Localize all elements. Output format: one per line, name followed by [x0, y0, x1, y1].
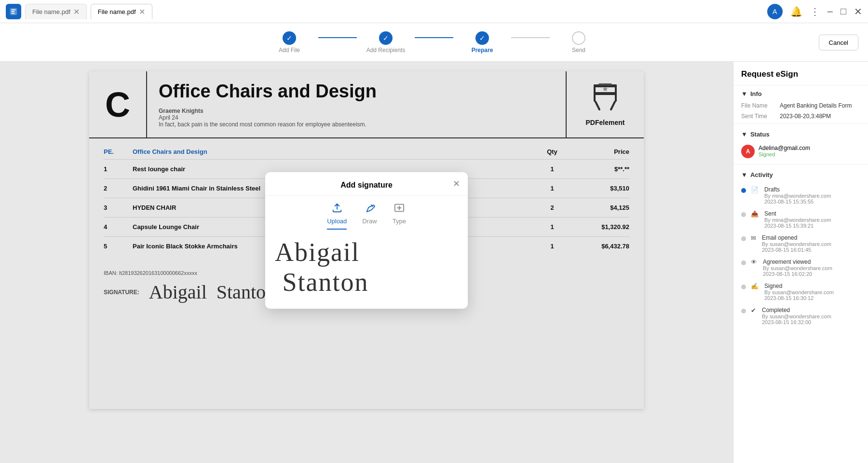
- modal-tabs: Upload Draw Type: [265, 196, 468, 230]
- modal-tab-upload[interactable]: Upload: [327, 203, 347, 230]
- step-add-file-circle: ✓: [283, 31, 296, 45]
- activity-time-sent: 2023-08-15 15:39:21: [764, 223, 831, 229]
- activity-by-signed: By susan@wondershare.com: [764, 289, 834, 295]
- activity-list: 📄 Drafts By mina@wondershare.com 2023-08…: [733, 181, 868, 330]
- activity-time-signed: 2023-08-15 16:30:12: [764, 295, 834, 301]
- activity-dot-completed: [741, 309, 746, 313]
- activity-icon-signed: ✍: [751, 283, 759, 290]
- activity-icon-completed: ✔: [751, 307, 756, 314]
- info-file-name-row: File Name Agent Banking Details Form: [733, 100, 868, 111]
- activity-item-drafts: 📄 Drafts By mina@wondershare.com 2023-08…: [733, 183, 868, 207]
- activity-dot-email-opened: [741, 236, 746, 241]
- right-panel: Request eSign ▼ Info File Name Agent Ban…: [733, 62, 868, 463]
- modal-tab-upload-label: Upload: [327, 218, 347, 225]
- step-add-file: ✓ Add File: [260, 31, 318, 54]
- activity-item-email-opened: ✉ Email opened By susan@wondershare.com …: [733, 232, 868, 256]
- status-section-header[interactable]: ▼ Status: [733, 126, 868, 141]
- activity-time-agreement-viewed: 2023-08-15 16:02:20: [763, 271, 832, 277]
- close-window-icon[interactable]: ✕: [854, 6, 862, 17]
- activity-time-email-opened: 2023-08-15 16:01:45: [762, 247, 831, 253]
- bell-icon[interactable]: 🔔: [790, 6, 802, 17]
- cancel-button[interactable]: Cancel: [819, 34, 858, 50]
- activity-item-completed: ✔ Completed By susan@wondershare.com 202…: [733, 304, 868, 328]
- activity-section-label: Activity: [750, 171, 773, 178]
- tab-1[interactable]: File name.pdf ✕: [25, 4, 87, 19]
- sent-time-value: 2023-08-20,3:48PM: [780, 113, 860, 120]
- modal-title: Add signature: [340, 181, 393, 190]
- activity-title-agreement-viewed: Agreement viewed: [763, 259, 832, 265]
- file-name-label: File Name: [741, 102, 780, 109]
- app-logo: [6, 4, 21, 19]
- step-send: Send: [550, 31, 608, 54]
- activity-title-completed: Completed: [762, 307, 831, 313]
- activity-title-email-opened: Email opened: [762, 234, 831, 241]
- step-add-recipients-label: Add Recipients: [366, 47, 406, 54]
- step-add-file-label: Add File: [279, 47, 300, 54]
- tab-2-label: File name.pdf: [98, 8, 136, 15]
- modal-body: Abigail Stanton: [265, 230, 468, 309]
- window-controls: A 🔔 ⋮ – □ ✕: [767, 4, 862, 19]
- activity-by-completed: By susan@wondershare.com: [762, 313, 831, 319]
- modal-tab-draw-label: Draw: [362, 218, 377, 225]
- step-prepare-circle: ✓: [475, 31, 489, 45]
- step-add-recipients-circle: ✓: [379, 31, 393, 45]
- panel-title: Request eSign: [733, 62, 868, 85]
- info-sent-time-row: Sent Time 2023-08-20,3:48PM: [733, 111, 868, 122]
- workflow-steps: ✓ Add File ✓ Add Recipients ✓ Prepare Se…: [260, 31, 608, 54]
- maximize-icon[interactable]: □: [841, 6, 846, 17]
- activity-item-agreement-viewed: 👁 Agreement viewed By susan@wondershare.…: [733, 256, 868, 280]
- activity-title-drafts: Drafts: [764, 186, 831, 193]
- upload-icon: [332, 203, 342, 216]
- activity-section-header[interactable]: ▼ Activity: [733, 166, 868, 181]
- modal-tab-type-label: Type: [393, 218, 406, 225]
- status-badge-1: Signed: [759, 151, 810, 157]
- activity-time-completed: 2023-08-15 16:32:00: [762, 319, 831, 325]
- step-send-label: Send: [572, 47, 585, 54]
- activity-item-signed: ✍ Signed By susan@wondershare.com 2023-0…: [733, 280, 868, 304]
- status-details-1: Adelina@gmail.com Signed: [759, 145, 810, 157]
- step-line-1: [318, 37, 357, 38]
- step-add-recipients: ✓ Add Recipients: [357, 31, 415, 54]
- activity-dot-agreement-viewed: [741, 260, 746, 265]
- step-prepare-label: Prepare: [472, 47, 493, 54]
- activity-icon-email-opened: ✉: [751, 234, 756, 242]
- tab-2-close[interactable]: ✕: [139, 7, 145, 16]
- minimize-icon[interactable]: –: [827, 6, 833, 17]
- tab-1-close[interactable]: ✕: [73, 7, 80, 16]
- workflow-bar: ✓ Add File ✓ Add Recipients ✓ Prepare Se…: [0, 23, 868, 62]
- step-prepare: ✓ Prepare: [453, 31, 511, 54]
- status-section-label: Status: [750, 131, 770, 138]
- activity-icon-drafts: 📄: [751, 186, 759, 193]
- tab-1-label: File name.pdf: [32, 8, 70, 15]
- divider-1: [733, 123, 868, 124]
- file-name-value: Agent Banking Details Form: [780, 102, 860, 109]
- modal-tab-draw[interactable]: Draw: [362, 203, 377, 230]
- activity-icon-sent: 📤: [751, 210, 759, 218]
- info-section-header[interactable]: ▼ Info: [733, 85, 868, 100]
- activity-dot-drafts: [741, 188, 746, 193]
- user-avatar[interactable]: A: [767, 4, 783, 19]
- activity-title-signed: Signed: [764, 283, 834, 289]
- info-arrow-icon: ▼: [741, 90, 747, 97]
- pdf-area: C Office Chairs and Design Graeme Knight…: [0, 62, 733, 463]
- step-send-circle: [572, 31, 585, 45]
- status-item-1: A Adelina@gmail.com Signed: [733, 141, 868, 162]
- modal-header: Add signature ✕: [265, 172, 468, 196]
- more-icon[interactable]: ⋮: [810, 6, 820, 17]
- activity-dot-sent: [741, 212, 746, 217]
- activity-item-sent: 📤 Sent By mina@wondershare.com 2023-08-1…: [733, 207, 868, 232]
- activity-by-email-opened: By susan@wondershare.com: [762, 241, 831, 247]
- status-arrow-icon: ▼: [741, 131, 747, 138]
- activity-by-agreement-viewed: By susan@wondershare.com: [763, 265, 832, 271]
- tab-2[interactable]: File name.pdf ✕: [91, 4, 152, 19]
- top-bar: File name.pdf ✕ File name.pdf ✕ A 🔔 ⋮ – …: [0, 0, 868, 23]
- status-avatar-1: A: [741, 145, 755, 158]
- activity-by-drafts: By mina@wondershare.com: [764, 193, 831, 199]
- step-line-3: [511, 37, 550, 38]
- status-email-1: Adelina@gmail.com: [759, 145, 810, 151]
- main-area: C Office Chairs and Design Graeme Knight…: [0, 62, 868, 463]
- modal-overlay: Add signature ✕ Upload: [89, 71, 644, 409]
- modal-close-button[interactable]: ✕: [453, 178, 460, 189]
- modal-tab-type[interactable]: Type: [393, 203, 406, 230]
- add-signature-modal: Add signature ✕ Upload: [265, 172, 468, 309]
